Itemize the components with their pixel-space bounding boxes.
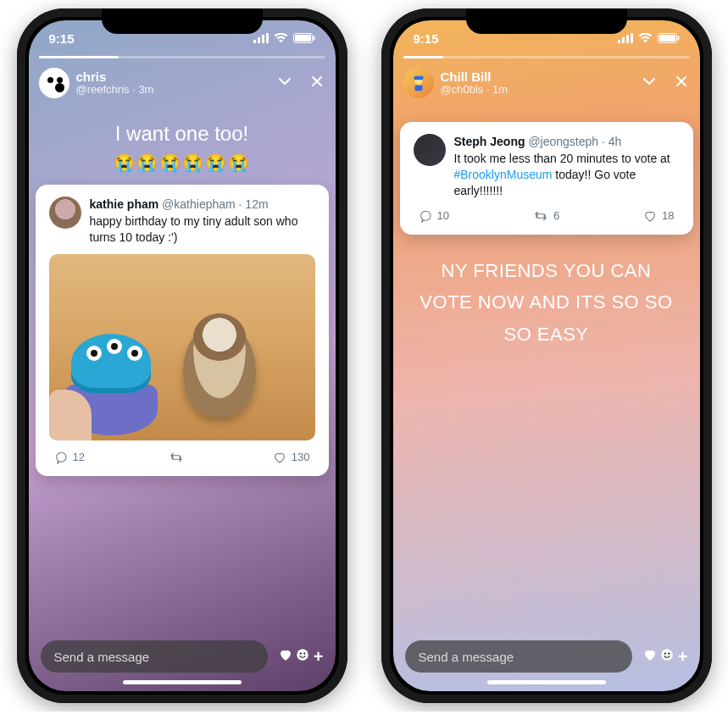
svg-rect-15 xyxy=(659,35,675,42)
embedded-tweet[interactable]: Steph Jeong @jeongsteph · 4h It took me … xyxy=(400,122,693,235)
plus-icon: + xyxy=(314,647,324,667)
tweet-image-dog xyxy=(183,324,256,417)
svg-rect-19 xyxy=(414,86,422,91)
like-count: 130 xyxy=(292,451,310,463)
smile-icon xyxy=(295,647,310,667)
story-caption: NY FRIENDS YOU CAN VOTE NOW AND ITS SO S… xyxy=(414,255,680,350)
svg-rect-2 xyxy=(262,35,264,43)
message-placeholder: Send a message xyxy=(54,650,150,664)
device-notch xyxy=(102,8,263,34)
smile-icon xyxy=(659,647,675,667)
story-footer: Send a message + xyxy=(41,640,324,673)
reactions-button[interactable]: + xyxy=(642,647,688,667)
tweet-author-name: kathie pham xyxy=(90,197,159,211)
author-avatar[interactable] xyxy=(403,68,434,98)
author-handle-time: @ch0bls · 1m xyxy=(441,84,641,97)
story-progress[interactable] xyxy=(39,56,325,58)
cellular-icon xyxy=(618,33,633,43)
svg-rect-18 xyxy=(414,76,423,80)
author-display-name: chris xyxy=(76,69,276,84)
battery-icon xyxy=(293,33,315,43)
svg-point-7 xyxy=(297,649,308,661)
svg-rect-3 xyxy=(266,33,269,43)
tweet-reply-button[interactable]: 12 xyxy=(54,451,85,464)
story-header: Chill Bill @ch0bls · 1m xyxy=(403,68,690,98)
tweet-avatar[interactable] xyxy=(49,197,81,229)
tweet-actions: 10 6 18 xyxy=(414,209,680,226)
reply-count: 10 xyxy=(437,209,449,222)
svg-point-22 xyxy=(668,652,670,654)
tweet-retweet-button[interactable] xyxy=(169,451,189,464)
embedded-tweet[interactable]: kathie pham @kathiepham · 12m happy birt… xyxy=(36,185,329,476)
svg-rect-16 xyxy=(677,36,679,41)
story-screen: 9:15 chris @reefchris · 3m xyxy=(29,20,336,691)
author-handle-time: @reefchris · 3m xyxy=(76,84,276,97)
tweet-like-button[interactable]: 18 xyxy=(643,209,674,223)
story-content: Steph Jeong @jeongsteph · 4h It took me … xyxy=(393,20,700,691)
chevron-down-icon[interactable] xyxy=(276,73,293,93)
heart-icon xyxy=(278,647,293,667)
status-time: 9:15 xyxy=(414,31,439,46)
plus-icon: + xyxy=(678,647,688,667)
svg-rect-13 xyxy=(631,33,633,43)
close-icon[interactable] xyxy=(673,73,690,93)
close-icon[interactable] xyxy=(308,73,325,93)
tweet-author-handle-time: @kathiepham · 12m xyxy=(162,197,269,211)
tweet-like-button[interactable]: 130 xyxy=(273,451,310,464)
retweet-count: 6 xyxy=(553,209,559,222)
wifi-icon xyxy=(274,33,288,43)
tweet-author-handle-time: @jeongsteph · 4h xyxy=(528,135,621,148)
heart-icon xyxy=(642,647,658,667)
story-progress-fill xyxy=(403,56,443,58)
svg-rect-10 xyxy=(618,40,620,43)
reply-count: 12 xyxy=(73,451,85,463)
caption-text: I want one too! xyxy=(114,122,251,146)
svg-point-9 xyxy=(303,652,305,654)
svg-rect-0 xyxy=(253,40,256,43)
chevron-down-icon[interactable] xyxy=(641,73,658,93)
svg-rect-12 xyxy=(626,35,629,43)
tweet-reply-button[interactable]: 10 xyxy=(419,209,449,223)
tweet-retweet-button[interactable]: 6 xyxy=(533,209,559,223)
home-indicator[interactable] xyxy=(123,680,242,684)
message-input[interactable]: Send a message xyxy=(405,640,632,673)
like-count: 18 xyxy=(662,209,674,222)
tweet-avatar[interactable] xyxy=(414,134,446,166)
tweet-actions: 12 130 xyxy=(49,451,315,468)
status-indicators xyxy=(618,33,680,43)
svg-rect-5 xyxy=(295,35,311,42)
author-display-name: Chill Bill xyxy=(441,69,641,84)
tweet-body: It took me less than 20 minutes to vote … xyxy=(454,151,680,199)
svg-rect-11 xyxy=(622,37,625,43)
reactions-button[interactable]: + xyxy=(278,647,324,667)
story-content: I want one too! 😭😭😭😭😭😭 kathie pham @kath… xyxy=(29,20,336,691)
tweet-body: happy birthday to my tiny adult son who … xyxy=(90,213,315,246)
svg-point-20 xyxy=(661,649,673,661)
tweet-author-name: Steph Jeong xyxy=(454,135,525,148)
author-avatar[interactable] xyxy=(39,68,69,98)
author-meta[interactable]: Chill Bill @ch0bls · 1m xyxy=(441,69,641,97)
phone-right: 9:15 Chill Bill @ch0bls · 1m xyxy=(381,8,712,703)
wifi-icon xyxy=(638,33,653,43)
tweet-image[interactable] xyxy=(49,254,315,440)
cellular-icon xyxy=(253,33,269,43)
status-indicators xyxy=(253,33,315,43)
svg-point-8 xyxy=(300,652,302,654)
author-meta[interactable]: chris @reefchris · 3m xyxy=(76,69,276,97)
svg-point-21 xyxy=(664,652,666,654)
status-time: 9:15 xyxy=(49,31,75,46)
caption-emoji-row: 😭😭😭😭😭😭 xyxy=(114,152,251,173)
story-progress-fill xyxy=(39,56,119,58)
story-progress[interactable] xyxy=(403,56,690,58)
device-notch xyxy=(466,8,627,34)
battery-icon xyxy=(658,33,680,43)
home-indicator[interactable] xyxy=(487,680,606,684)
story-caption: I want one too! 😭😭😭😭😭😭 xyxy=(114,122,251,173)
story-header: chris @reefchris · 3m xyxy=(39,68,325,98)
svg-rect-6 xyxy=(313,36,314,41)
message-placeholder: Send a message xyxy=(419,650,514,664)
message-input[interactable]: Send a message xyxy=(41,640,268,673)
phone-left: 9:15 chris @reefchris · 3m xyxy=(17,8,347,703)
tweet-hashtag-link[interactable]: #BrooklynMuseum xyxy=(454,168,553,181)
tweet-image-hand xyxy=(49,390,92,440)
